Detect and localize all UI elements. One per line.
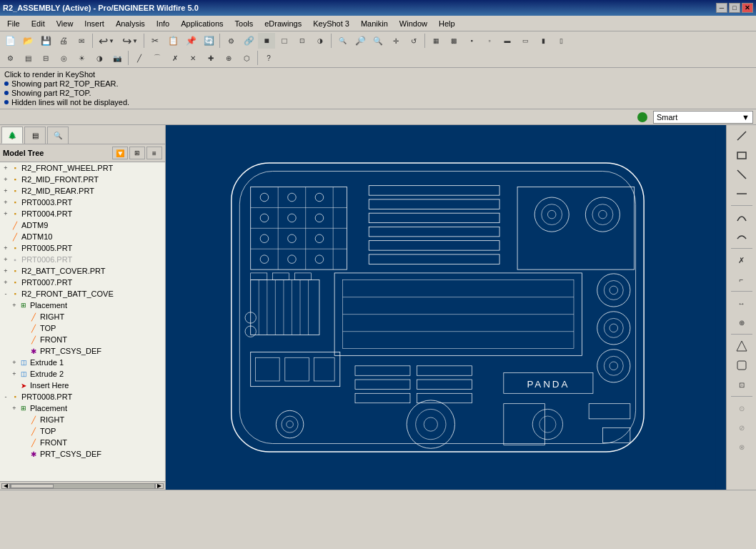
- rp-ref-tool[interactable]: ⊕: [730, 313, 754, 332]
- tree-item-adtm9[interactable]: ╱ ADTM9: [0, 219, 165, 231]
- tree-item-extrude-2[interactable]: + ◫ Extrude 2: [0, 368, 165, 380]
- menu-manikin[interactable]: Manikin: [355, 18, 394, 29]
- tb-open[interactable]: 📂: [19, 33, 36, 49]
- menu-edrawings[interactable]: eDrawings: [259, 18, 307, 29]
- tb-rotate[interactable]: ↺: [405, 33, 422, 49]
- menu-analysis[interactable]: Analysis: [110, 18, 151, 29]
- tree-item-prt-csys-def-2[interactable]: ✱ PRT_CSYS_DEF: [0, 448, 165, 460]
- scroll-track[interactable]: [10, 483, 155, 489]
- tree-item-prt0003[interactable]: + ▪ PRT0003.PRT: [0, 197, 165, 208]
- tb2-sketch5[interactable]: ✚: [202, 50, 219, 66]
- tree-filter-btn[interactable]: 🔽: [112, 147, 128, 159]
- tree-menu-btn[interactable]: ≡: [146, 147, 162, 159]
- tree-item-r2-mid-front[interactable]: + ▪ R2_MID_FRONT.PRT: [0, 174, 165, 185]
- expander[interactable]: +: [1, 175, 10, 184]
- tree-item-r2-front-batt-cove[interactable]: - ▪ R2_FRONT_BATT_COVE: [0, 288, 165, 300]
- tb-connect[interactable]: 🔗: [240, 33, 257, 49]
- panel-tab-tree[interactable]: 🌲: [1, 127, 23, 144]
- tb-print[interactable]: 🖨: [55, 33, 72, 49]
- tb2-render[interactable]: 📷: [109, 50, 126, 66]
- tb-repaint[interactable]: 🔄: [200, 33, 217, 49]
- tb-orient1[interactable]: ▦: [427, 33, 444, 49]
- tb2-sketch3[interactable]: ✗: [166, 50, 184, 66]
- tree-scrollbar-horizontal[interactable]: ◀ ▶: [0, 481, 165, 490]
- tb2-xsection[interactable]: ⊟: [37, 50, 54, 66]
- menu-view[interactable]: View: [51, 18, 79, 29]
- tb-paste[interactable]: 📌: [182, 33, 199, 49]
- tree-item-extrude-1[interactable]: + ◫ Extrude 1: [0, 357, 165, 368]
- tree-item-front-1[interactable]: ╱ FRONT: [0, 334, 165, 345]
- tree-item-right-2[interactable]: ╱ RIGHT: [0, 414, 165, 425]
- expander[interactable]: +: [10, 301, 19, 310]
- tb-orient7[interactable]: ▮: [534, 33, 552, 49]
- tb-cut[interactable]: ✂: [146, 33, 164, 49]
- tree-item-prt0005[interactable]: + ▪ PRT0005.PRT: [0, 242, 165, 254]
- tree-item-right-1[interactable]: ╱ RIGHT: [0, 311, 165, 322]
- viewport[interactable]: PANDA: [166, 125, 726, 490]
- tb-zoom-out[interactable]: 🔍: [369, 33, 387, 49]
- tb2-env[interactable]: ◎: [55, 50, 72, 66]
- tb2-sketch6[interactable]: ⊕: [220, 50, 237, 66]
- tree-item-prt0004[interactable]: + ▪ PRT0004.PRT: [0, 208, 165, 219]
- tb-orient3[interactable]: ▪: [463, 33, 480, 49]
- smart-dropdown[interactable]: Smart ▼: [653, 111, 753, 124]
- tb-orient5[interactable]: ▬: [499, 33, 516, 49]
- tb2-sketch1[interactable]: ╱: [131, 50, 148, 66]
- menu-file[interactable]: File: [1, 18, 26, 29]
- expander[interactable]: -: [1, 392, 10, 401]
- tb-shaded[interactable]: ◑: [312, 33, 329, 49]
- minimize-button[interactable]: ─: [716, 3, 727, 13]
- tb-component[interactable]: ⚙: [222, 33, 239, 49]
- expander[interactable]: +: [1, 244, 10, 252]
- tb-wire[interactable]: □: [276, 33, 293, 49]
- rp-curve-tool[interactable]: [730, 227, 754, 246]
- tree-item-prt0008[interactable]: - ▪ PRT0008.PRT: [0, 391, 165, 402]
- rp-h-line[interactable]: [730, 184, 754, 203]
- rp-arc-tool[interactable]: [730, 208, 754, 227]
- restore-button[interactable]: □: [729, 3, 740, 13]
- tb-save[interactable]: 💾: [37, 33, 54, 49]
- expander[interactable]: +: [10, 370, 19, 378]
- menu-edit[interactable]: Edit: [26, 18, 51, 29]
- expander[interactable]: +: [1, 164, 10, 172]
- tb-orient2[interactable]: ▩: [445, 33, 462, 49]
- tb-pan[interactable]: ✛: [387, 33, 404, 49]
- menu-help[interactable]: Help: [433, 18, 461, 29]
- expander[interactable]: +: [10, 404, 19, 412]
- expander[interactable]: +: [1, 187, 10, 195]
- model-tree-list[interactable]: + ▪ R2_FRONT_WHEEL.PRT + ▪ R2_MID_FRONT.…: [0, 162, 165, 481]
- tb-viewmgr[interactable]: 🔍: [334, 33, 351, 49]
- expander[interactable]: +: [1, 267, 10, 275]
- tb-orient4[interactable]: ▫: [481, 33, 498, 49]
- rp-line-tool[interactable]: [730, 127, 754, 145]
- tb2-sketch7[interactable]: ⬡: [238, 50, 255, 66]
- tb-solid[interactable]: ■: [258, 33, 275, 49]
- tree-item-placement-2[interactable]: + ⊞ Placement: [0, 402, 165, 414]
- close-button[interactable]: ✕: [742, 3, 753, 13]
- tree-item-prt0006[interactable]: + ▪ PRT0006.PRT: [0, 254, 165, 265]
- tree-cols-btn[interactable]: ⊞: [129, 147, 145, 159]
- tb-undo[interactable]: ↩▼: [95, 33, 118, 49]
- rp-angled-line[interactable]: [730, 165, 754, 184]
- tree-item-prt-csys-def-1[interactable]: ✱ PRT_CSYS_DEF: [0, 345, 165, 357]
- tree-item-r2-front-wheel[interactable]: + ▪ R2_FRONT_WHEEL.PRT: [0, 162, 165, 174]
- tree-item-adtm10[interactable]: ╱ ADTM10: [0, 231, 165, 242]
- menu-window[interactable]: Window: [394, 18, 433, 29]
- rp-palette2[interactable]: [730, 356, 754, 375]
- scroll-thumb[interactable]: [11, 484, 54, 488]
- rp-palette3[interactable]: ⊡: [730, 375, 754, 394]
- tb2-sketch4[interactable]: ✕: [184, 50, 202, 66]
- expander[interactable]: +: [1, 255, 10, 264]
- tb-new[interactable]: 📄: [1, 33, 19, 49]
- rp-trim-tool[interactable]: ✗: [730, 251, 754, 269]
- expander[interactable]: +: [1, 198, 10, 207]
- tree-item-top-1[interactable]: ╱ TOP: [0, 322, 165, 334]
- tb-copy[interactable]: 📋: [164, 33, 181, 49]
- rp-dimension-tool[interactable]: ↔: [730, 294, 754, 312]
- rp-corner-tool[interactable]: ⌐: [730, 270, 754, 289]
- expander[interactable]: +: [1, 209, 10, 218]
- tree-item-r2-batt-cover[interactable]: + ▪ R2_BATT_COVER.PRT: [0, 265, 165, 277]
- tb-orient8[interactable]: ▯: [552, 33, 570, 49]
- scroll-left-btn[interactable]: ◀: [1, 483, 10, 489]
- scroll-right-btn[interactable]: ▶: [155, 483, 164, 489]
